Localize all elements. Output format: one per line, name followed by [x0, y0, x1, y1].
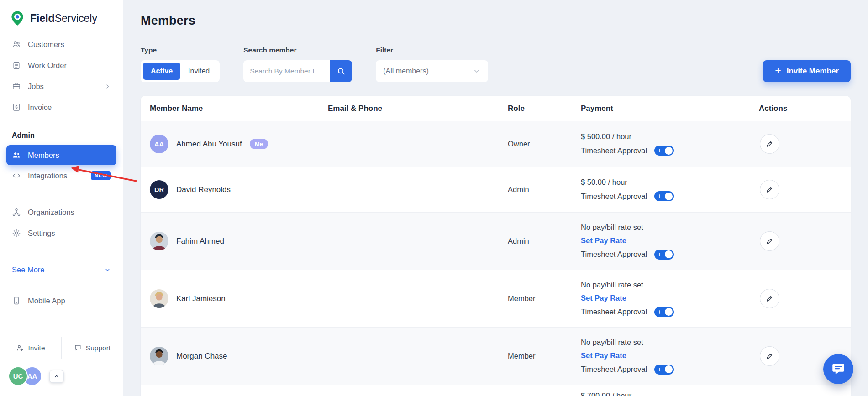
sidebar-item-settings[interactable]: Settings — [6, 223, 116, 244]
timesheet-approval-row: Timesheet Approval — [581, 365, 759, 375]
set-pay-rate-link[interactable]: Set Pay Rate — [581, 294, 759, 302]
role-cell: Admin — [508, 237, 581, 245]
sidebar-see-more[interactable]: See More — [6, 259, 116, 280]
role-cell: Admin — [508, 185, 581, 194]
role-cell: Member — [508, 352, 581, 360]
chevron-right-icon — [104, 83, 111, 90]
type-option-invited[interactable]: Invited — [180, 63, 217, 80]
sidebar-item-members[interactable]: Members — [6, 145, 116, 165]
sidebar-item-label: Organizations — [28, 208, 74, 217]
timesheet-approval-row: Timesheet Approval — [581, 250, 759, 260]
me-badge: Me — [250, 139, 268, 149]
edit-member-button[interactable] — [760, 180, 779, 199]
edit-member-button[interactable] — [760, 289, 779, 308]
customers-icon — [12, 40, 21, 49]
search-box — [243, 60, 352, 82]
timesheet-approval-row: Timesheet Approval — [581, 307, 759, 317]
table-row: AA Ahmed Abu Yousuf Me Owner $ 500.00 / … — [141, 121, 851, 167]
admin-nav: Members Integrations NEW Organizations — [0, 145, 123, 311]
organizations-icon — [12, 208, 21, 217]
search-button[interactable] — [330, 60, 352, 82]
map-pin-icon — [9, 10, 26, 26]
timesheet-approval-row: Timesheet Approval — [581, 146, 759, 156]
type-filter-group: Type Active Invited — [141, 46, 220, 82]
set-pay-rate-link[interactable]: Set Pay Rate — [581, 351, 759, 360]
members-icon — [12, 151, 21, 160]
filter-label: Filter — [376, 46, 488, 54]
pencil-icon — [765, 185, 774, 194]
settings-icon — [12, 229, 21, 238]
sidebar-item-label: Settings — [28, 229, 55, 238]
nav-spacer — [6, 186, 116, 202]
timesheet-approval-toggle[interactable] — [654, 250, 674, 260]
type-label: Type — [141, 46, 220, 54]
members-filter-select[interactable]: (All members) — [376, 60, 488, 82]
sidebar-item-jobs[interactable]: Jobs — [6, 76, 116, 97]
plus-icon: + — [775, 65, 781, 76]
table-row-partial: $ 700.00 / hour — [141, 385, 851, 396]
sidebar-item-work-order[interactable]: Work Order — [6, 55, 116, 76]
set-pay-rate-link[interactable]: Set Pay Rate — [581, 236, 759, 245]
edit-member-button[interactable] — [760, 134, 779, 154]
chat-launcher-button[interactable] — [823, 354, 853, 384]
timesheet-approval-row: Timesheet Approval — [581, 191, 759, 201]
timesheet-approval-label: Timesheet Approval — [581, 250, 647, 259]
avatar-uc[interactable]: UC — [8, 366, 28, 386]
sidebar-item-label: Members — [28, 151, 59, 160]
payment-cell: No pay/bill rate set Set Pay Rate Timesh… — [581, 223, 759, 260]
pay-rate: $ 50.00 / hour — [581, 178, 759, 187]
support-chat-icon — [74, 344, 82, 352]
timesheet-approval-toggle[interactable] — [654, 307, 674, 317]
timesheet-approval-toggle[interactable] — [654, 146, 674, 156]
pencil-icon — [765, 237, 774, 245]
collapse-sidebar-button[interactable] — [49, 370, 64, 383]
type-option-active[interactable]: Active — [143, 63, 180, 80]
nav-spacer — [6, 244, 116, 259]
work-order-icon — [12, 61, 21, 70]
edit-member-button[interactable] — [760, 231, 779, 251]
member-name: Fahim Ahmed — [176, 237, 224, 246]
support-label: Support — [86, 344, 110, 352]
column-header-payment: Payment — [581, 104, 759, 113]
member-name-cell: Morgan Chase — [150, 347, 328, 365]
sidebar: FieldServicely Customers Work Order Jobs — [0, 0, 123, 396]
search-icon — [337, 67, 346, 76]
table-row: Fahim Ahmed Admin No pay/bill rate set S… — [141, 213, 851, 270]
invite-label: Invite — [28, 344, 45, 352]
sidebar-item-organizations[interactable]: Organizations — [6, 202, 116, 223]
brand-logo[interactable]: FieldServicely — [0, 0, 123, 34]
timesheet-approval-label: Timesheet Approval — [581, 365, 647, 374]
brand-name: FieldServicely — [30, 12, 97, 25]
members-table: Member Name Email & Phone Role Payment A… — [141, 96, 851, 396]
invite-member-button[interactable]: + Invite Member — [763, 60, 851, 82]
table-row: Morgan Chase Member No pay/bill rate set… — [141, 328, 851, 385]
search-filter-group: Search member — [243, 46, 352, 82]
invite-member-label: Invite Member — [787, 67, 839, 76]
jobs-icon — [12, 82, 21, 91]
sidebar-item-label: Customers — [28, 40, 64, 49]
support-button[interactable]: Support — [62, 337, 123, 359]
sidebar-item-integrations[interactable]: Integrations NEW — [6, 165, 116, 186]
edit-member-button[interactable] — [760, 346, 779, 366]
column-header-email-phone: Email & Phone — [328, 104, 508, 113]
no-rate-text: No pay/bill rate set — [581, 338, 759, 347]
sidebar-item-customers[interactable]: Customers — [6, 34, 116, 55]
sidebar-item-invoice[interactable]: Invoice — [6, 97, 116, 118]
member-avatar: AA — [150, 135, 168, 153]
sidebar-item-mobile-app[interactable]: Mobile App — [6, 290, 116, 311]
sidebar-item-label: Work Order — [28, 61, 67, 70]
timesheet-approval-toggle[interactable] — [654, 191, 674, 201]
nav-spacer — [6, 280, 116, 290]
timesheet-approval-toggle[interactable] — [654, 365, 674, 375]
main-nav: Customers Work Order Jobs — [0, 34, 123, 118]
search-input[interactable] — [243, 60, 330, 82]
chevron-up-icon — [53, 373, 60, 380]
chat-bubble-icon — [831, 361, 846, 377]
timesheet-approval-label: Timesheet Approval — [581, 307, 647, 316]
member-photo — [150, 232, 168, 250]
actions-cell — [759, 134, 842, 154]
payment-cell: No pay/bill rate set Set Pay Rate Timesh… — [581, 338, 759, 375]
user-avatar-group: UC AA — [0, 359, 123, 396]
table-row: DR David Reynolds Admin $ 50.00 / hour T… — [141, 167, 851, 213]
invite-button[interactable]: Invite — [0, 337, 62, 359]
